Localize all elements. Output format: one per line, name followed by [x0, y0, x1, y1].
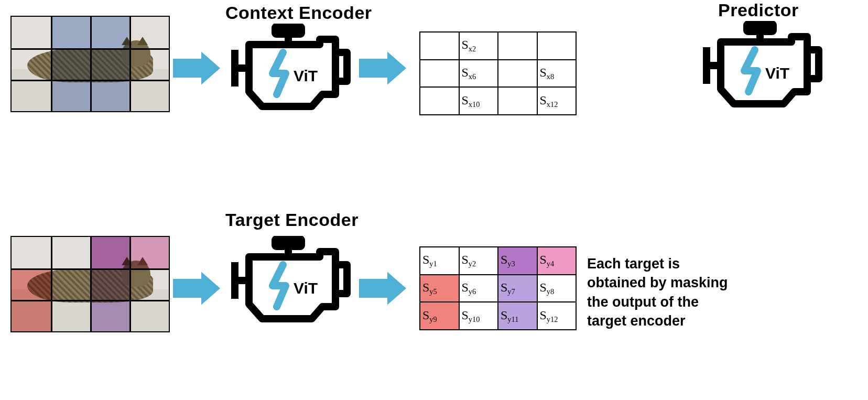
context-input-image	[10, 16, 170, 112]
arrow-icon	[359, 270, 406, 307]
annot-line1: Each target is	[587, 254, 860, 273]
cell-sy12: Sy12	[540, 308, 558, 324]
arrow-icon	[173, 50, 220, 87]
cell-sy1: Sy1	[422, 253, 437, 269]
svg-rect-11	[807, 50, 819, 79]
vit-label: ViT	[294, 279, 318, 297]
predictor-title: Predictor	[718, 0, 799, 20]
vit-label: ViT	[294, 67, 318, 84]
predictor-engine: ViT	[702, 21, 823, 110]
context-mask-overlay	[51, 17, 129, 111]
svg-rect-5	[335, 52, 347, 81]
cell-sy6: Sy6	[462, 280, 476, 297]
annot-line4: target encoder	[587, 311, 860, 330]
cell-sy10: Sy10	[462, 308, 480, 324]
cell-sy8: Sy8	[540, 280, 555, 297]
svg-marker-6	[359, 52, 406, 85]
context-encoder-title: Context Encoder	[225, 3, 372, 23]
target-annotation: Each target is obtained by masking the o…	[587, 254, 860, 331]
svg-rect-9	[747, 24, 773, 31]
context-output-grid: Sx2 Sx6 Sx8 Sx10 Sx12	[419, 31, 577, 115]
svg-rect-17	[335, 265, 347, 294]
cell-sy5: Sy5	[422, 280, 437, 297]
svg-marker-0	[173, 52, 220, 85]
annot-line2: obtained by masking	[587, 273, 860, 292]
target-output-grid: Sy1 Sy2 Sy3 Sy4 Sy5 Sy6 Sy7 Sy8 Sy9 Sy10…	[419, 246, 577, 330]
cell-sx10: Sx10	[462, 93, 480, 109]
vit-label: ViT	[765, 64, 789, 82]
annot-line3: the output of the	[587, 293, 860, 311]
cell-sy11: Sy11	[501, 308, 518, 324]
cell-sx8: Sx8	[540, 66, 555, 82]
cell-sy2: Sy2	[462, 253, 476, 269]
cell-sy9: Sy9	[422, 308, 437, 324]
svg-rect-15	[275, 239, 301, 246]
context-encoder-engine: ViT	[231, 24, 351, 113]
cell-sy3: Sy3	[501, 253, 515, 269]
cell-sx6: Sx6	[462, 66, 476, 82]
cell-sy7: Sy7	[501, 280, 515, 297]
cell-sx12: Sx12	[540, 93, 558, 109]
svg-marker-12	[173, 272, 220, 305]
cell-sy4: Sy4	[540, 253, 555, 269]
diagram-stage: Context Encoder ViT	[0, 0, 868, 400]
arrow-icon	[359, 50, 406, 87]
target-encoder-title: Target Encoder	[225, 210, 359, 230]
arrow-icon	[173, 270, 220, 307]
svg-marker-18	[359, 272, 406, 305]
svg-rect-3	[275, 27, 301, 34]
target-input-image	[10, 236, 170, 332]
target-encoder-engine: ViT	[231, 236, 351, 325]
target-mask-red	[12, 268, 51, 331]
target-mask-pink	[90, 237, 169, 268]
cell-sx2: Sx2	[462, 38, 476, 54]
